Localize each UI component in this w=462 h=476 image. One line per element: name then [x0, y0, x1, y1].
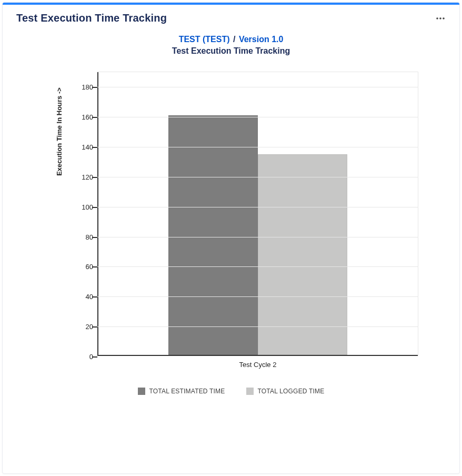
- legend-label: TOTAL ESTIMATED TIME: [149, 388, 225, 395]
- svg-point-0: [436, 17, 438, 19]
- chart-legend: TOTAL ESTIMATED TIMETOTAL LOGGED TIME: [3, 388, 459, 395]
- y-tick-label: 160: [71, 113, 93, 121]
- legend-swatch-icon: [246, 388, 254, 395]
- chart-plot: 020406080100120140160180Test Cycle 2: [97, 72, 418, 356]
- legend-item-logged[interactable]: TOTAL LOGGED TIME: [246, 388, 325, 395]
- legend-label: TOTAL LOGGED TIME: [258, 388, 325, 395]
- y-tick-label: 120: [71, 173, 93, 181]
- y-tick-label: 140: [71, 143, 93, 151]
- gridline: [97, 177, 418, 177]
- x-axis-line: [97, 355, 418, 356]
- y-axis-title: Execution Time In Hours ->: [55, 68, 63, 195]
- legend-item-estimated[interactable]: TOTAL ESTIMATED TIME: [138, 388, 225, 395]
- gridline: [97, 326, 418, 327]
- gridline: [97, 237, 418, 237]
- ellipsis-icon: [435, 13, 446, 24]
- bar-total-logged-time[interactable]: [258, 154, 347, 355]
- y-tick-label: 180: [71, 83, 93, 91]
- chart-breadcrumb: TEST (TEST) / Version 1.0 Test Execution…: [3, 35, 459, 56]
- bar-total-estimated-time[interactable]: [168, 115, 258, 355]
- gridline: [97, 117, 418, 117]
- gridline: [97, 87, 418, 87]
- svg-point-2: [443, 17, 445, 19]
- y-tick-label: 20: [71, 323, 93, 331]
- panel-header: Test Execution Time Tracking: [3, 5, 459, 34]
- y-tick-label: 100: [71, 203, 93, 211]
- y-tick-label: 80: [71, 233, 93, 241]
- panel-title: Test Execution Time Tracking: [16, 12, 167, 24]
- bars-group: [97, 72, 418, 355]
- y-tick-label: 60: [71, 263, 93, 271]
- gridline: [97, 147, 418, 147]
- y-tick-label: 0: [71, 353, 93, 361]
- panel-test-execution-time-tracking: Test Execution Time Tracking TEST (TEST)…: [2, 2, 460, 474]
- gridline: [97, 266, 418, 267]
- version-link[interactable]: Version 1.0: [239, 35, 284, 44]
- y-tick-label: 40: [71, 293, 93, 301]
- panel-more-options-button[interactable]: [435, 13, 446, 24]
- x-category-label: Test Cycle 2: [168, 361, 347, 369]
- svg-point-1: [439, 17, 441, 19]
- project-link[interactable]: TEST (TEST): [179, 35, 230, 44]
- legend-swatch-icon: [138, 388, 145, 395]
- gridline: [97, 207, 418, 207]
- chart-title: Test Execution Time Tracking: [3, 46, 459, 56]
- breadcrumb-separator: /: [232, 35, 236, 44]
- gridline: [97, 296, 418, 297]
- chart-area: Execution Time In Hours -> 0204060801001…: [3, 72, 459, 356]
